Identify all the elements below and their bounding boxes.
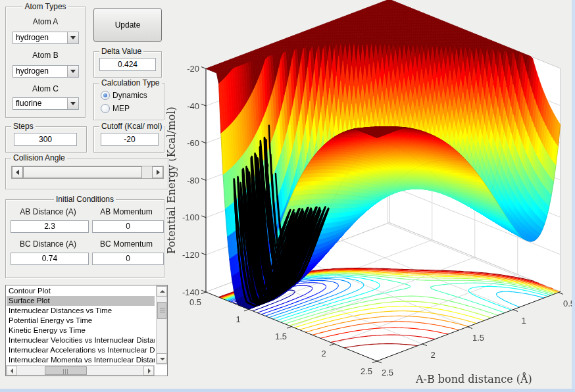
atom-c-dropdown[interactable]: fluorine: [12, 97, 79, 110]
update-button[interactable]: Update: [93, 8, 162, 42]
plot-type-listbox[interactable]: Contour Plot Surface Plot Internuclear D…: [5, 285, 168, 376]
atom-b-value: hydrogen: [16, 66, 49, 77]
arrow-down-icon: [160, 358, 165, 360]
dynamics-radio[interactable]: Dynamics: [101, 91, 160, 100]
atom-types-panel: Atom Types Atom A hydrogen Atom B hydrog…: [5, 7, 86, 118]
slider-right-button[interactable]: [152, 166, 163, 178]
arrow-right-icon: [157, 170, 160, 175]
atom-a-value: hydrogen: [16, 32, 49, 43]
initial-conditions-panel: Initial Conditions AB Distance (A) AB Mo…: [5, 199, 164, 278]
dynamics-radio-label: Dynamics: [113, 91, 147, 100]
scroll-up-button[interactable]: [157, 286, 167, 297]
ab-distance-label: AB Distance (A): [7, 207, 89, 216]
vertical-scroll-thumb[interactable]: [157, 302, 166, 319]
mep-radio[interactable]: MEP: [101, 104, 160, 113]
atom-c-label: Atom C: [6, 84, 85, 93]
collision-angle-title: Collision Angle: [11, 153, 67, 162]
atom-b-label: Atom B: [6, 51, 85, 60]
scroll-left-button[interactable]: [7, 366, 17, 376]
ab-distance-field[interactable]: 2.3: [11, 220, 89, 233]
steps-field[interactable]: 300: [14, 133, 77, 146]
collision-angle-panel: Collision Angle: [5, 158, 168, 189]
atom-a-dropdown[interactable]: hydrogen: [12, 32, 79, 44]
bc-distance-label: BC Distance (A): [7, 239, 89, 249]
arrow-left-icon: [16, 170, 19, 175]
atom-types-title: Atom Types: [22, 2, 68, 11]
steps-title: Steps: [11, 122, 36, 131]
atom-c-value: fluorine: [16, 98, 41, 109]
steps-panel: Steps 300: [5, 126, 87, 153]
delta-value-panel: Delta Value 0.424: [93, 51, 162, 78]
list-item[interactable]: Contour Plot: [7, 286, 155, 296]
arrow-left-icon: [11, 368, 13, 374]
atom-a-label: Atom A: [6, 17, 85, 26]
list-item[interactable]: Kinetic Energy vs Time: [7, 326, 155, 335]
list-item[interactable]: Internuclear Distances vs Time: [7, 306, 155, 316]
arrow-right-icon: [148, 368, 151, 374]
calculation-type-title: Calculation Type: [99, 78, 162, 87]
atom-c-dropdown-button[interactable]: [67, 98, 78, 109]
bc-momentum-label: BC Momentum: [90, 239, 162, 249]
list-item-selected[interactable]: Surface Plot: [7, 296, 155, 306]
atom-a-dropdown-button[interactable]: [67, 32, 78, 43]
scroll-grip-icon: [160, 308, 165, 313]
slider-thumb[interactable]: [23, 166, 142, 178]
ab-momentum-label: AB Momentum: [90, 207, 162, 216]
mep-radio-label: MEP: [113, 104, 130, 113]
list-item[interactable]: Internuclear Accelerations vs Internucle…: [7, 345, 155, 355]
list-item[interactable]: Potential Energy vs Time: [7, 316, 155, 326]
list-item[interactable]: Internuclear Velocities vs Internuclear …: [7, 335, 155, 345]
radio-unselected-icon[interactable]: [101, 104, 110, 113]
chevron-down-icon: [70, 70, 76, 73]
slider-left-button[interactable]: [12, 166, 23, 178]
arrow-up-icon: [160, 290, 165, 293]
bc-momentum-field[interactable]: 0: [92, 253, 164, 265]
delta-value-field[interactable]: 0.424: [99, 58, 156, 71]
scroll-down-button[interactable]: [157, 353, 167, 364]
scroll-grip-icon: [63, 369, 68, 374]
cutoff-field[interactable]: -20: [101, 133, 159, 146]
bc-distance-field[interactable]: 0.74: [11, 253, 89, 265]
chevron-down-icon: [70, 102, 76, 105]
window-edge-right: [572, 0, 575, 392]
radio-selected-icon[interactable]: [101, 91, 110, 100]
chevron-down-icon: [70, 36, 76, 39]
scroll-right-button[interactable]: [143, 366, 154, 376]
cutoff-title: Cutoff (Kcal/ mol): [99, 122, 164, 131]
window-edge-bottom: [0, 389, 575, 392]
atom-b-dropdown-button[interactable]: [67, 66, 78, 77]
calculation-type-panel: Calculation Type Dynamics MEP: [93, 83, 164, 120]
cutoff-panel: Cutoff (Kcal/ mol) -20: [93, 126, 164, 153]
initial-conditions-title: Initial Conditions: [54, 195, 116, 204]
horizontal-scrollbar[interactable]: [6, 365, 155, 376]
delta-value-title: Delta Value: [99, 47, 143, 56]
list-item[interactable]: Internuclear Momenta vs Internuclear Dis…: [7, 355, 155, 365]
vertical-scrollbar[interactable]: [156, 285, 167, 364]
horizontal-scroll-thumb[interactable]: [45, 366, 87, 375]
collision-angle-slider[interactable]: [11, 166, 164, 179]
atom-b-dropdown[interactable]: hydrogen: [12, 65, 79, 78]
ab-momentum-field[interactable]: 0: [92, 220, 164, 233]
